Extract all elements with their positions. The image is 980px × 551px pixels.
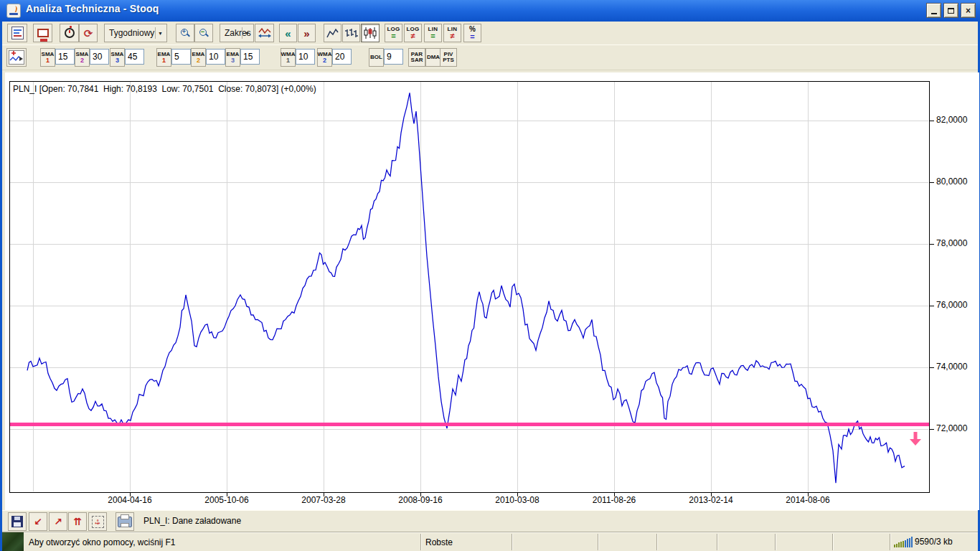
monitor-icon <box>37 29 49 37</box>
arrow-up-right-icon: ↗ <box>54 517 62 527</box>
line-chart-button[interactable] <box>324 24 341 42</box>
print-button[interactable] <box>116 512 134 531</box>
scale-up-button[interactable]: ⇈ <box>68 512 87 531</box>
minimize-icon <box>931 13 937 14</box>
range-dropdown[interactable]: Zakres ▼ <box>220 24 254 42</box>
indicator-toolbar: SMA1SMA2SMA3EMA1EMA2EMA3WMA1WMA2BOLPARSA… <box>2 45 978 70</box>
period-dropdown[interactable]: Tygodniowy ▼ <box>104 24 167 42</box>
indicator-sma2-button[interactable]: SMA2 <box>75 48 90 67</box>
y-axis-tick-label: 82,0000 <box>936 115 978 125</box>
x-axis-tick-label: 2011-08-26 <box>581 495 647 505</box>
stooq-logo <box>2 532 24 551</box>
indicator-piv-button[interactable]: PIVPTS <box>440 48 457 67</box>
indicator-ema1-period-input[interactable] <box>171 49 191 65</box>
window-title: Analiza Techniczna - Stooq <box>26 3 159 14</box>
indicator-sma3-button[interactable]: SMA3 <box>110 48 125 67</box>
bar-chart-button[interactable] <box>342 24 360 42</box>
title-bar[interactable]: Analiza Techniczna - Stooq × <box>0 0 980 22</box>
indicator-wma1-button[interactable]: WMA1 <box>281 48 296 67</box>
indicator-ema2-period-input[interactable] <box>206 49 225 65</box>
indicator-sma1-period-input[interactable] <box>55 49 75 65</box>
indicator-ema1-button[interactable]: EMA1 <box>156 48 171 67</box>
chevron-down-icon: ▼ <box>242 27 252 39</box>
transfer-size-status: 9590/3 kb <box>915 537 953 547</box>
close-button[interactable]: × <box>961 3 976 18</box>
report-icon <box>11 27 24 39</box>
zoom-in-button[interactable]: + <box>176 24 194 42</box>
indicator-ema2-button[interactable]: EMA2 <box>191 48 206 67</box>
indicator-index: 2 <box>197 57 200 64</box>
indicator-label: BOL <box>370 55 382 60</box>
save-button[interactable] <box>8 512 27 531</box>
indicator-index: 1 <box>286 57 290 64</box>
zoom-out-button[interactable]: − <box>194 24 213 42</box>
maximize-button[interactable] <box>943 3 958 18</box>
ohlc-bars-icon <box>344 27 358 39</box>
refresh-icon: ⟳ <box>84 28 93 39</box>
zoom-in-corner-button[interactable]: ↗ <box>49 512 67 531</box>
app-window: Analiza Techniczna - Stooq × ⟳ Tygodniow… <box>0 0 980 551</box>
refresh-button[interactable]: ⟳ <box>79 24 98 42</box>
y-axis-tick-label: 72,0000 <box>936 423 978 433</box>
candlestick-icon <box>363 27 377 39</box>
indicator-bol-button[interactable]: BOL <box>369 48 384 67</box>
scale-lin-rel-button[interactable]: LIN ≠ <box>443 24 461 42</box>
indicator-ema3-button[interactable]: EMA3 <box>225 48 240 67</box>
x-axis-tick-label: 2004-04-16 <box>97 495 163 505</box>
double-right-icon: » <box>303 27 309 39</box>
line-chart-icon <box>326 27 339 39</box>
report-view-button[interactable] <box>7 24 27 42</box>
scale-log-abs-button[interactable]: LOG = <box>385 24 402 42</box>
indicator-wma2-button[interactable]: WMA2 <box>317 48 332 67</box>
timer-icon <box>65 28 75 38</box>
scroll-left-button[interactable]: « <box>279 24 297 42</box>
indicator-dma-button[interactable]: DMA <box>425 48 441 67</box>
save-icon <box>11 516 23 527</box>
indicator-index: 1 <box>162 57 166 64</box>
indicator-wma2-period-input[interactable] <box>332 49 352 65</box>
status-bar: Aby otworzyć okno pomocy, wciśnij F1 Rob… <box>2 532 978 551</box>
zoom-out-corner-button[interactable]: ↙ <box>29 512 47 531</box>
y-axis-tick-label: 78,0000 <box>936 238 978 248</box>
indicator-wma1-period-input[interactable] <box>296 49 315 65</box>
help-status-text: Aby otworzyć okno pomocy, wciśnij F1 <box>29 532 416 551</box>
price-chart[interactable] <box>9 81 939 497</box>
indicator-par-button[interactable]: PARSAR <box>408 48 425 67</box>
fit-screen-button[interactable]: ↔↕ <box>88 512 107 531</box>
new-window-button[interactable] <box>33 24 52 42</box>
data-loaded-status: PLN_I: Dane załadowane <box>143 516 241 526</box>
arrows-up-icon: ⇈ <box>73 517 82 527</box>
indicator-sma1-button[interactable]: SMA1 <box>40 48 55 67</box>
full-range-button[interactable] <box>255 24 274 42</box>
indicator-ema3-period-input[interactable] <box>240 49 260 65</box>
quote-info-label: PLN_I [Open: 70,7841 High: 70,8193 Low: … <box>13 84 316 94</box>
indicator-index: 2 <box>80 57 84 64</box>
indicator-settings-button[interactable] <box>6 48 27 67</box>
scale-log-rel-button[interactable]: LOG ≠ <box>404 24 422 42</box>
indicator-sma3-period-input[interactable] <box>125 49 144 65</box>
candle-chart-button[interactable] <box>361 24 380 42</box>
x-axis-tick-label: 2013-02-14 <box>678 495 744 505</box>
app-icon <box>6 4 21 18</box>
scale-lin-abs-button[interactable]: LIN = <box>424 24 442 42</box>
y-axis-tick-label: 76,0000 <box>936 300 978 310</box>
indicator-bol-period-input[interactable] <box>384 49 403 65</box>
maximize-icon <box>948 8 954 14</box>
x-axis-tick-label: 2008-09-16 <box>387 495 453 505</box>
add-indicator-icon <box>9 50 24 65</box>
period-dropdown-value: Tygodniowy <box>109 28 154 38</box>
chevron-down-icon: ▼ <box>155 27 165 39</box>
double-left-icon: « <box>285 27 291 39</box>
x-axis-tick-label: 2005-10-06 <box>194 495 260 505</box>
zoom-out-icon: − <box>199 29 209 38</box>
minimize-button[interactable] <box>926 3 941 18</box>
scroll-right-button[interactable]: » <box>298 24 316 42</box>
timer-button[interactable] <box>60 24 79 42</box>
indicator-index: 3 <box>116 57 119 64</box>
indicator-index: 2 <box>323 57 326 64</box>
indicator-sma2-period-input[interactable] <box>90 49 109 65</box>
scale-percent-button[interactable]: % = <box>463 24 481 42</box>
user-status-text: Robste <box>425 532 508 551</box>
arrow-down-left-icon: ↙ <box>34 517 42 527</box>
chart-toolbar: ↙ ↗ ⇈ ↔↕ PLN_I: Dane załadowane <box>2 510 978 532</box>
